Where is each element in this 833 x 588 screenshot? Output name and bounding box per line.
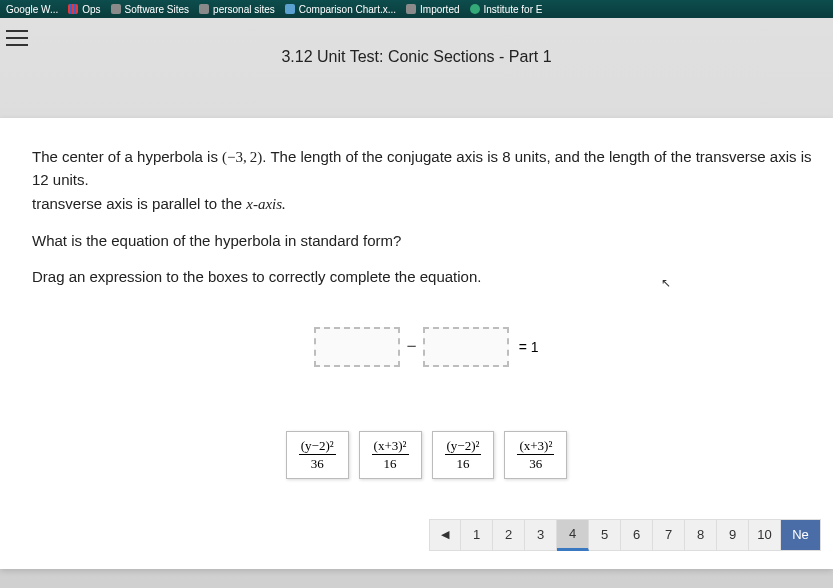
bookmark-google[interactable]: Google W... <box>6 4 58 15</box>
pager-prev[interactable]: ◀ <box>429 519 461 551</box>
question-pager: ◀ 1 2 3 4 5 6 7 8 9 10 Ne <box>32 519 821 551</box>
pager-1[interactable]: 1 <box>461 519 493 551</box>
folder-icon <box>199 4 209 14</box>
question-line-2: transverse axis is parallel to the x-axi… <box>32 193 821 216</box>
pager-next[interactable]: Ne <box>781 519 821 551</box>
burger-line <box>6 37 28 39</box>
pager-4[interactable]: 4 <box>557 519 589 551</box>
bookmark-comparison-chart[interactable]: Comparison Chart.x... <box>285 4 396 15</box>
bookmark-imported[interactable]: Imported <box>406 4 459 15</box>
burger-line <box>6 30 28 32</box>
folder-icon <box>111 4 121 14</box>
pager-7[interactable]: 7 <box>653 519 685 551</box>
minus-sign: − <box>406 336 416 357</box>
site-icon <box>470 4 480 14</box>
equation-drop-area: − = 1 <box>32 307 821 387</box>
tile-x-plus-3-sq-over-36[interactable]: (x+3)²36 <box>504 431 567 479</box>
pager-5[interactable]: 5 <box>589 519 621 551</box>
bookmark-software-sites[interactable]: Software Sites <box>111 4 189 15</box>
answer-tiles: (y−2)²36 (x+3)²16 (y−2)²16 (x+3)²36 <box>32 431 821 479</box>
question-text: The center of a hyperbola is (−3, 2). Th… <box>32 146 821 289</box>
menu-button[interactable] <box>6 30 28 46</box>
tile-y-minus-2-sq-over-16[interactable]: (y−2)²16 <box>432 431 495 479</box>
tile-y-minus-2-sq-over-36[interactable]: (y−2)²36 <box>286 431 349 479</box>
pager-9[interactable]: 9 <box>717 519 749 551</box>
pager-8[interactable]: 8 <box>685 519 717 551</box>
burger-line <box>6 44 28 46</box>
question-line-4: Drag an expression to the boxes to corre… <box>32 266 821 289</box>
bookmark-personal-sites[interactable]: personal sites <box>199 4 275 15</box>
question-line-1: The center of a hyperbola is (−3, 2). Th… <box>32 146 821 191</box>
pager-10[interactable]: 10 <box>749 519 781 551</box>
bookmark-institute[interactable]: Institute for E <box>470 4 543 15</box>
pager-2[interactable]: 2 <box>493 519 525 551</box>
question-line-3: What is the equation of the hyperbola in… <box>32 230 821 253</box>
browser-bookmarks-bar: Google W... Ops Software Sites personal … <box>0 0 833 18</box>
pager-6[interactable]: 6 <box>621 519 653 551</box>
test-title: 3.12 Unit Test: Conic Sections - Part 1 <box>0 18 833 88</box>
question-card: The center of a hyperbola is (−3, 2). Th… <box>0 118 833 569</box>
pager-3[interactable]: 3 <box>525 519 557 551</box>
center-point: (−3, 2) <box>222 149 262 165</box>
bookmark-ops[interactable]: Ops <box>68 4 100 15</box>
dropzone-right[interactable] <box>423 327 509 367</box>
tile-x-plus-3-sq-over-16[interactable]: (x+3)²16 <box>359 431 422 479</box>
doc-icon <box>285 4 295 14</box>
dropzone-left[interactable] <box>314 327 400 367</box>
equals-one: = 1 <box>519 339 539 355</box>
page-content: 3.12 Unit Test: Conic Sections - Part 1 … <box>0 18 833 588</box>
folder-icon <box>406 4 416 14</box>
ops-icon <box>68 4 78 14</box>
